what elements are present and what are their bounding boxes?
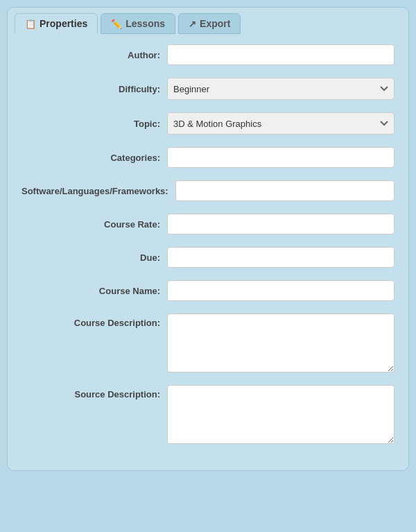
main-container: 📋 Properties ✏️ Lessons ↗ Export Author:… — [7, 7, 409, 471]
tab-lessons-label: Lessons — [125, 18, 165, 29]
categories-input[interactable] — [167, 147, 395, 168]
course-name-row: Course Name: — [21, 280, 395, 301]
tab-export[interactable]: ↗ Export — [178, 13, 241, 34]
tab-properties[interactable]: 📋 Properties — [15, 13, 98, 34]
course-description-textarea[interactable] — [167, 314, 395, 372]
tab-export-label: Export — [200, 18, 230, 29]
difficulty-label: Difficulty: — [21, 84, 167, 94]
course-description-row: Course Description: — [21, 314, 395, 372]
difficulty-select[interactable]: Beginner Intermediate Advanced — [167, 78, 395, 100]
properties-icon: 📋 — [25, 19, 36, 29]
course-rate-label: Course Rate: — [21, 219, 167, 230]
lessons-icon: ✏️ — [111, 19, 122, 29]
source-description-row: Source Description: — [21, 385, 395, 444]
categories-label: Categories: — [21, 153, 167, 163]
topic-label: Topic: — [21, 119, 167, 129]
tab-properties-label: Properties — [40, 18, 87, 29]
course-name-input[interactable] — [167, 280, 395, 301]
categories-row: Categories: — [21, 147, 395, 168]
due-label: Due: — [21, 252, 167, 263]
software-row: Software/Languages/Frameworks: — [21, 180, 395, 201]
topic-select[interactable]: 3D & Motion Graphics Web Development Des… — [167, 112, 395, 135]
software-label: Software/Languages/Frameworks: — [21, 186, 175, 196]
topic-row: Topic: 3D & Motion Graphics Web Developm… — [21, 112, 395, 135]
due-row: Due: — [21, 247, 395, 268]
difficulty-row: Difficulty: Beginner Intermediate Advanc… — [21, 78, 395, 100]
form-area: Author: Difficulty: Beginner Intermediat… — [8, 34, 408, 470]
tab-lessons[interactable]: ✏️ Lessons — [101, 13, 175, 34]
source-description-textarea[interactable] — [167, 385, 395, 444]
export-icon: ↗ — [189, 19, 196, 29]
course-rate-input[interactable] — [167, 214, 395, 234]
course-description-label: Course Description: — [21, 314, 167, 328]
course-rate-row: Course Rate: — [21, 214, 395, 234]
author-label: Author: — [21, 50, 167, 60]
software-input[interactable] — [175, 180, 395, 201]
tab-bar: 📋 Properties ✏️ Lessons ↗ Export — [8, 8, 408, 34]
due-input[interactable] — [167, 247, 395, 268]
course-name-label: Course Name: — [21, 286, 167, 296]
author-input[interactable] — [167, 44, 395, 65]
source-description-label: Source Description: — [21, 385, 167, 400]
author-row: Author: — [21, 44, 395, 65]
